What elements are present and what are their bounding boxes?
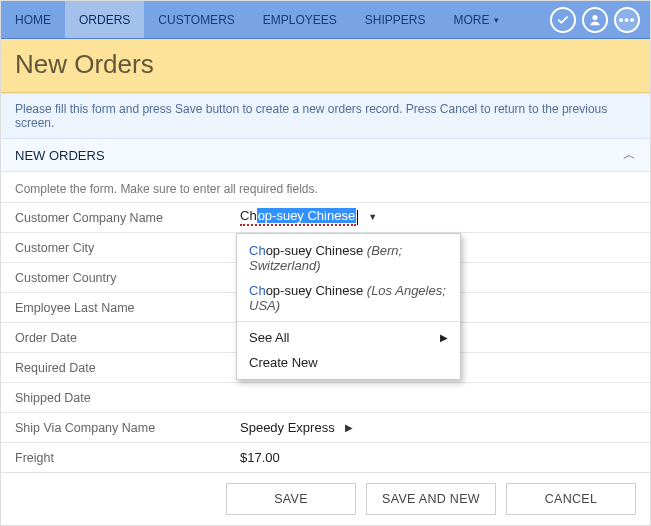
more-icon[interactable]: ••• — [614, 7, 640, 33]
field-freight: Freight $17.00 — [1, 442, 650, 472]
section-title: NEW ORDERS — [15, 148, 105, 163]
nav-tab-orders[interactable]: ORDERS — [65, 1, 144, 38]
checkmark-icon[interactable] — [550, 7, 576, 33]
submenu-arrow-icon: ▶ — [440, 332, 448, 343]
nav-tab-customers[interactable]: CUSTOMERS — [144, 1, 248, 38]
dropdown-option[interactable]: Chop-suey Chinese (Bern; Switzerland) — [237, 238, 460, 278]
form: Customer Company Name Chop-suey Chinese … — [1, 202, 650, 502]
chevron-down-icon: ▾ — [494, 15, 499, 25]
freight-input[interactable]: $17.00 — [240, 450, 636, 465]
separator — [237, 321, 460, 322]
dropdown-toggle-icon[interactable]: ▼ — [368, 212, 377, 222]
nav-tab-more[interactable]: MORE ▾ — [440, 1, 513, 38]
nav-tab-more-label: MORE — [454, 13, 490, 27]
button-bar: SAVE SAVE AND NEW CANCEL — [1, 472, 650, 525]
page-title: New Orders — [15, 49, 636, 80]
field-ship-via: Ship Via Company Name Speedy Express ▶ — [1, 412, 650, 442]
dropdown-option[interactable]: Chop-suey Chinese (Los Angeles; USA) — [237, 278, 460, 318]
ship-via-input[interactable]: Speedy Express ▶ — [240, 420, 636, 435]
save-and-new-button[interactable]: SAVE AND NEW — [366, 483, 496, 515]
nav-tab-home[interactable]: HOME — [1, 1, 65, 38]
nav-actions: ••• — [550, 1, 644, 38]
dropdown-see-all[interactable]: See All ▶ — [237, 325, 460, 350]
instruction-strip: Please fill this form and press Save but… — [1, 93, 650, 139]
section-header[interactable]: NEW ORDERS ︿ — [1, 139, 650, 172]
label: Customer Company Name — [15, 205, 240, 231]
helper-text: Complete the form. Make sure to enter al… — [1, 172, 650, 202]
svg-point-0 — [592, 14, 597, 19]
field-customer-company-name: Customer Company Name Chop-suey Chinese … — [1, 202, 650, 232]
user-icon[interactable] — [582, 7, 608, 33]
submenu-arrow-icon[interactable]: ▶ — [345, 422, 353, 433]
navbar: HOME ORDERS CUSTOMERS EMPLOYEES SHIPPERS… — [1, 1, 650, 39]
titlebar: New Orders — [1, 39, 650, 93]
nav-tabs: HOME ORDERS CUSTOMERS EMPLOYEES SHIPPERS… — [1, 1, 513, 38]
nav-tab-shippers[interactable]: SHIPPERS — [351, 1, 440, 38]
cancel-button[interactable]: CANCEL — [506, 483, 636, 515]
nav-tab-employees[interactable]: EMPLOYEES — [249, 1, 351, 38]
customer-company-name-input[interactable]: Chop-suey Chinese ▼ Chop-suey Chinese (B… — [240, 209, 636, 226]
field-shipped-date: Shipped Date — [1, 382, 650, 412]
save-button[interactable]: SAVE — [226, 483, 356, 515]
chevron-up-icon: ︿ — [623, 146, 636, 164]
dropdown-create-new[interactable]: Create New — [237, 350, 460, 375]
autocomplete-dropdown: Chop-suey Chinese (Bern; Switzerland) Ch… — [236, 233, 461, 380]
